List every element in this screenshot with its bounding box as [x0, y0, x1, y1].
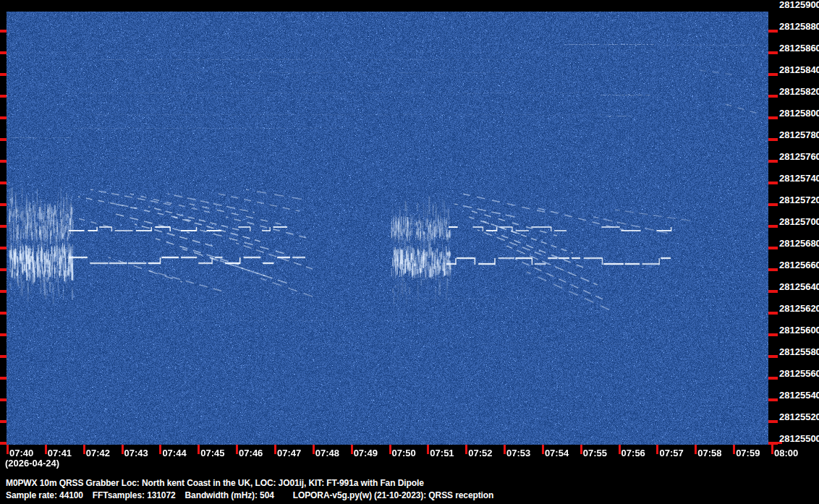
freq-tick-left	[0, 116, 7, 119]
freq-label: 28125680	[779, 239, 819, 249]
time-tick	[695, 445, 697, 454]
time-tick	[274, 445, 276, 454]
time-label: 07:40	[9, 448, 33, 458]
time-label: 08:00	[774, 448, 798, 458]
time-label: 07:53	[506, 448, 530, 458]
freq-label: 28125500	[779, 434, 819, 444]
time-tick-arm	[771, 442, 782, 444]
time-label: 07:42	[86, 448, 110, 458]
freq-tick-left	[0, 312, 7, 315]
capture-settings-line: Sample rate: 44100 FFTsamples: 131072 Ba…	[6, 490, 493, 500]
freq-label: 28125600	[779, 325, 819, 336]
time-label: 07:51	[430, 448, 454, 458]
freq-tick-right	[768, 30, 778, 33]
freq-tick-left	[0, 333, 7, 336]
freq-tick-right	[768, 116, 778, 119]
freq-label: 28125800	[779, 108, 819, 119]
time-tick	[733, 445, 735, 454]
spectrogram-canvas	[7, 12, 768, 445]
freq-label: 28125840	[779, 65, 819, 75]
freq-tick-right	[768, 203, 778, 206]
freq-tick-left	[0, 442, 7, 445]
freq-label: 28125760	[779, 152, 819, 162]
freq-tick-left	[0, 73, 7, 76]
freq-label: 28125640	[779, 282, 819, 292]
time-tick	[580, 445, 582, 454]
freq-tick-left	[0, 225, 7, 228]
time-tick	[504, 445, 506, 454]
time-tick	[236, 445, 238, 454]
freq-tick-right	[768, 420, 778, 423]
time-label: 07:41	[48, 448, 72, 458]
time-label: 07:55	[583, 448, 607, 458]
freq-tick-left	[0, 138, 7, 141]
freq-tick-right	[768, 95, 778, 98]
time-tick	[7, 445, 9, 454]
freq-tick-left	[0, 247, 7, 249]
freq-tick-left	[0, 355, 7, 358]
freq-tick-left	[0, 51, 7, 54]
station-info-line: M0PWX 10m QRSS Grabber Loc: North kent C…	[6, 478, 424, 488]
freq-tick-left	[0, 160, 7, 163]
freq-tick-right	[768, 247, 778, 249]
time-tick	[427, 445, 429, 454]
freq-tick-right	[768, 73, 778, 76]
freq-tick-right	[768, 225, 778, 228]
time-label: 07:57	[659, 448, 683, 458]
freq-label: 28125880	[779, 22, 819, 32]
time-label: 07:44	[162, 448, 186, 458]
freq-label: 28125660	[779, 260, 819, 270]
time-tick	[83, 445, 85, 454]
freq-label: 28125900	[779, 0, 819, 10]
time-label: 07:58	[697, 448, 721, 458]
time-label: 07:56	[621, 448, 645, 458]
freq-tick-left	[0, 268, 7, 271]
time-tick	[313, 445, 315, 454]
freq-tick-right	[768, 333, 778, 336]
freq-tick-right	[768, 355, 778, 358]
time-label: 07:43	[124, 448, 148, 458]
freq-tick-left	[0, 181, 7, 184]
freq-tick-left	[0, 398, 7, 401]
freq-label: 28125740	[779, 174, 819, 184]
time-tick	[542, 445, 544, 454]
freq-label: 28125860	[779, 43, 819, 54]
freq-label: 28125620	[779, 304, 819, 314]
time-tick	[351, 445, 353, 454]
time-label: 07:54	[545, 448, 569, 458]
freq-tick-right	[768, 138, 778, 141]
freq-tick-right	[768, 160, 778, 163]
time-tick	[656, 445, 658, 454]
freq-label: 28125540	[779, 390, 819, 401]
freq-tick-left	[0, 420, 7, 423]
time-label: 07:45	[200, 448, 224, 458]
freq-tick-left	[0, 290, 7, 293]
time-tick	[198, 445, 200, 454]
qrss-grabber-window: 2812590028125880281258602812584028125820…	[0, 0, 819, 504]
time-tick	[389, 445, 391, 454]
freq-tick-right	[768, 290, 778, 293]
time-tick	[465, 445, 467, 454]
freq-tick-left	[0, 377, 7, 380]
freq-label: 28125580	[779, 347, 819, 357]
freq-tick-left	[0, 203, 7, 206]
freq-tick-right	[768, 51, 778, 54]
freq-tick-right	[768, 268, 778, 271]
freq-label: 28125520	[779, 412, 819, 422]
freq-tick-right	[768, 312, 778, 315]
time-label: 07:49	[354, 448, 378, 458]
freq-label: 28125700	[779, 217, 819, 227]
freq-tick-right	[768, 181, 778, 184]
time-tick	[45, 445, 47, 454]
date-label: (2026-04-24)	[5, 458, 59, 469]
freq-tick-left	[0, 30, 7, 33]
freq-label: 28125820	[779, 87, 819, 97]
freq-tick-right	[768, 398, 778, 401]
time-label: 07:47	[277, 448, 301, 458]
time-label: 07:50	[392, 448, 416, 458]
freq-label: 28125780	[779, 130, 819, 140]
freq-tick-left	[0, 95, 7, 98]
time-label: 07:59	[736, 448, 760, 458]
time-label: 07:52	[468, 448, 492, 458]
time-tick	[619, 445, 621, 454]
